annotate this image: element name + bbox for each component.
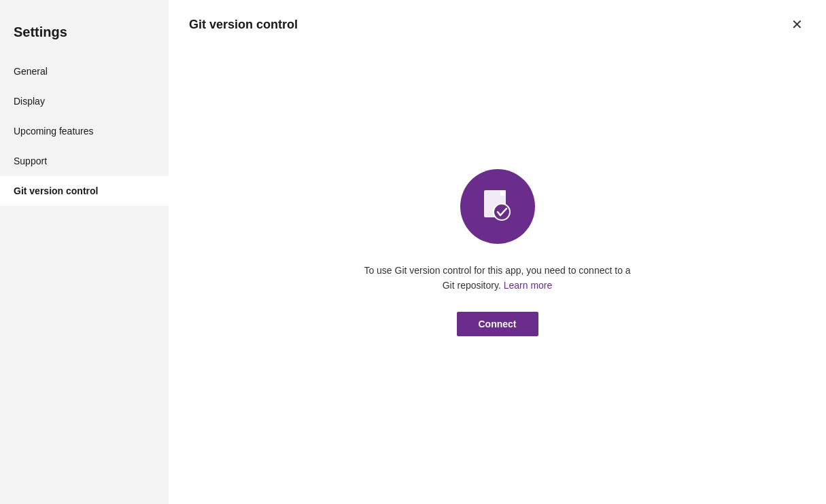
svg-point-2 <box>494 204 510 220</box>
sidebar: Settings General Display Upcoming featur… <box>0 0 169 504</box>
sidebar-item-general[interactable]: General <box>0 56 169 86</box>
header: Git version control ✕ <box>169 0 826 42</box>
main-content: Git version control ✕ To use Git version… <box>169 0 826 504</box>
description-text: To use Git version control for this app,… <box>362 263 634 293</box>
sidebar-item-git-version-control[interactable]: Git version control <box>0 176 169 206</box>
git-icon-circle <box>460 169 535 244</box>
sidebar-navigation: General Display Upcoming features Suppor… <box>0 56 169 206</box>
close-icon: ✕ <box>791 16 803 33</box>
sidebar-title: Settings <box>0 14 169 56</box>
git-check-icon <box>477 186 518 227</box>
sidebar-item-display[interactable]: Display <box>0 86 169 116</box>
connect-button[interactable]: Connect <box>457 312 538 336</box>
sidebar-item-support[interactable]: Support <box>0 146 169 176</box>
svg-rect-1 <box>500 190 506 196</box>
sidebar-item-upcoming-features[interactable]: Upcoming features <box>0 116 169 146</box>
learn-more-link[interactable]: Learn more <box>504 280 553 291</box>
close-button[interactable]: ✕ <box>789 14 806 35</box>
content-area: To use Git version control for this app,… <box>169 42 826 504</box>
page-title: Git version control <box>189 18 298 32</box>
